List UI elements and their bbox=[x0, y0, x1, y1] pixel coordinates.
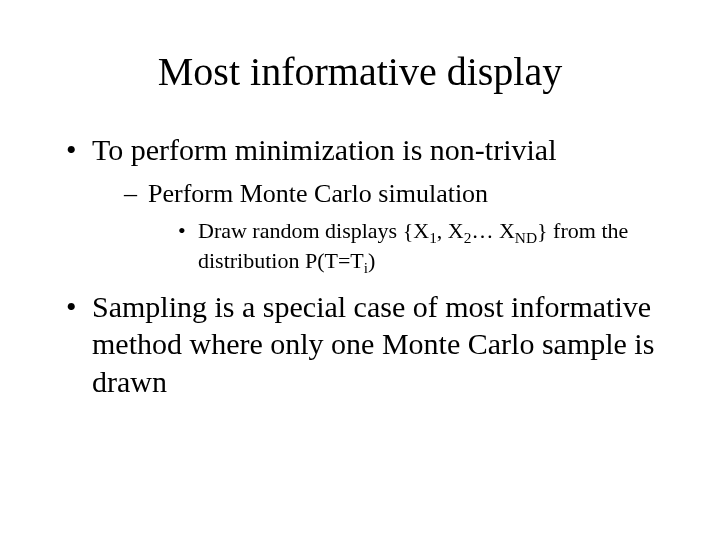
bullet-list-level2: Perform Monte Carlo simulation Draw rand… bbox=[92, 177, 672, 276]
bullet-item: To perform minimization is non-trivial P… bbox=[66, 131, 672, 276]
bullet-list-level1: To perform minimization is non-trivial P… bbox=[48, 131, 672, 400]
bullet-item: Sampling is a special case of most infor… bbox=[66, 288, 672, 401]
bullet-item: Draw random displays {X1, X2… XND} from … bbox=[178, 216, 672, 275]
slide: Most informative display To perform mini… bbox=[0, 0, 720, 540]
bullet-item: Perform Monte Carlo simulation Draw rand… bbox=[124, 177, 672, 276]
bullet-text: Sampling is a special case of most infor… bbox=[92, 290, 654, 398]
bullet-text-fragment: , X bbox=[437, 218, 464, 243]
bullet-text: Perform Monte Carlo simulation bbox=[148, 179, 488, 208]
subscript: ND bbox=[515, 230, 537, 247]
bullet-text: To perform minimization is non-trivial bbox=[92, 133, 556, 166]
bullet-text-fragment: Draw random displays {X bbox=[198, 218, 429, 243]
bullet-text-fragment: … X bbox=[471, 218, 514, 243]
bullet-list-level3: Draw random displays {X1, X2… XND} from … bbox=[148, 216, 672, 275]
subscript: 1 bbox=[429, 230, 437, 247]
bullet-text-fragment: ) bbox=[368, 248, 375, 273]
slide-title: Most informative display bbox=[48, 48, 672, 95]
